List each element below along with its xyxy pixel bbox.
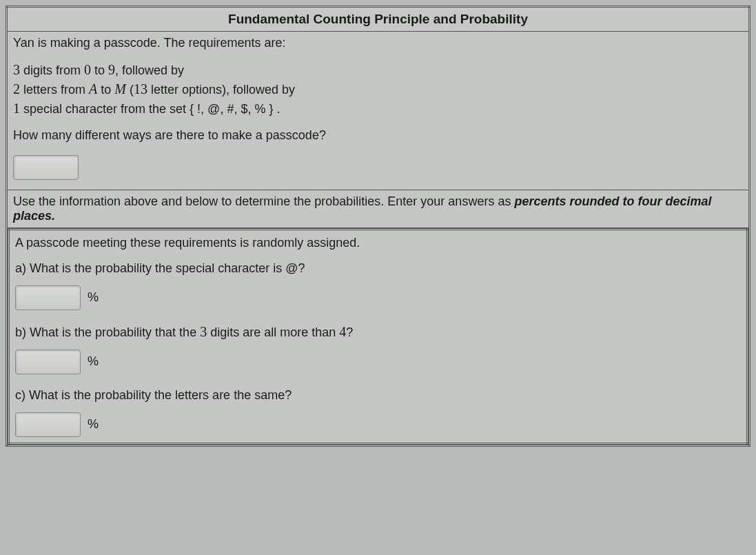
answer-input-a[interactable]	[15, 285, 81, 310]
requirement-2: 2 letters from A to M (13 letter options…	[13, 79, 743, 99]
instruction-text: Use the information above and below to d…	[13, 194, 514, 208]
question-1: How many different ways are there to mak…	[13, 128, 743, 143]
section-2-wrapper: A passcode meeting these requirements is…	[7, 228, 750, 445]
answer-input-1[interactable]	[13, 155, 79, 180]
problem-container: Fundamental Counting Principle and Proba…	[6, 6, 750, 447]
part-c-label: c) What is the probability the letters a…	[15, 388, 741, 403]
percent-b: %	[88, 354, 99, 369]
percent-c: %	[88, 417, 99, 432]
intro-text: Yan is making a passcode. The requiremen…	[13, 36, 743, 50]
percent-a: %	[88, 290, 99, 305]
requirement-3: 1 special character from the set { !, @,…	[13, 99, 743, 118]
answer-row-b: %	[15, 350, 741, 374]
section2-intro: A passcode meeting these requirements is…	[15, 236, 741, 250]
answer-input-b[interactable]	[15, 350, 81, 374]
requirement-1: 3 digits from 0 to 9, followed by	[13, 60, 743, 79]
instruction-cell: Use the information above and below to d…	[7, 190, 750, 228]
answer-row-c: %	[15, 412, 741, 437]
page-title: Fundamental Counting Principle and Proba…	[7, 7, 750, 32]
part-a-label: a) What is the probability the special c…	[15, 261, 741, 276]
part-b-label: b) What is the probability that the 3 di…	[15, 324, 741, 340]
section-2: A passcode meeting these requirements is…	[9, 229, 748, 443]
answer-row-a: %	[15, 285, 741, 310]
requirements-list: 3 digits from 0 to 9, followed by 2 lett…	[13, 60, 743, 119]
section-1: Yan is making a passcode. The requiremen…	[7, 32, 750, 190]
inner-table: A passcode meeting these requirements is…	[8, 228, 748, 445]
answer-input-c[interactable]	[15, 412, 81, 437]
